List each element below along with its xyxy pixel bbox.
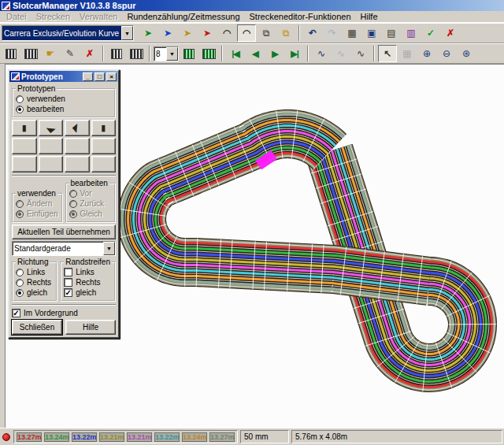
duplicate-piece-button[interactable]: ⧉ (276, 24, 295, 42)
measure-chart-2-button[interactable]: ∿ (332, 45, 350, 62)
piece-table-button[interactable]: ▦ (343, 24, 361, 42)
replace-piece-button[interactable]: ➤ (178, 24, 197, 42)
copy-piece-button[interactable]: ⧉ (257, 24, 276, 42)
radio-circle[interactable] (16, 200, 24, 208)
remove-piece-button[interactable]: ➤ (198, 24, 217, 42)
prototype-slot-empty-button[interactable] (12, 156, 37, 172)
curve-fan-button[interactable]: ◠ (217, 24, 236, 42)
insert-piece-button[interactable]: ➤ (139, 24, 158, 42)
redo-button[interactable]: ↷ (323, 24, 342, 42)
zoom-in-button[interactable]: ⊕ (417, 45, 436, 62)
radio-bearbeiten[interactable]: bearbeiten (16, 104, 112, 114)
radio-gleich-bearbeiten[interactable]: Gleich (69, 209, 113, 219)
radio-einfuegen[interactable]: Einfügen (16, 209, 59, 219)
close-icon[interactable]: × (106, 72, 117, 81)
radio-gleich-richtung[interactable]: gleich (16, 287, 54, 298)
minimize-button[interactable]: _ (83, 72, 93, 81)
radio-circle[interactable] (16, 210, 24, 218)
piece-type-dropdown-button[interactable]: ▼ (103, 242, 115, 255)
prototype-slot-empty-button[interactable] (65, 138, 90, 154)
nav-first-button[interactable]: |◀ (226, 45, 245, 62)
edit-pen-button[interactable]: ✎ (61, 45, 80, 62)
radio-circle[interactable] (16, 289, 24, 297)
menu-strecken[interactable]: Strecken (32, 11, 75, 22)
prototype-slot-1-button[interactable]: ▮ (12, 120, 37, 136)
radio-verwenden[interactable]: verwenden (16, 94, 112, 104)
straight-piece-button[interactable] (2, 45, 20, 62)
radio-circle[interactable] (69, 200, 77, 208)
checkbox-rechts[interactable]: Rechts (64, 277, 112, 287)
radio-zurueck[interactable]: Zurück (69, 198, 113, 209)
close-button[interactable]: Schließen (12, 320, 62, 335)
prototype-slot-empty-button[interactable] (39, 156, 64, 172)
prototype-slot-2-button[interactable]: ◣ (39, 120, 64, 136)
checkbox-box[interactable] (64, 278, 72, 287)
append-piece-button[interactable]: ➤ (158, 24, 177, 42)
nav-next-button[interactable]: ▶ (265, 45, 284, 62)
checkbox-box[interactable]: ✓ (12, 309, 20, 317)
grab-hand-button[interactable]: ☛ (41, 45, 60, 62)
radio-circle[interactable] (16, 106, 24, 113)
lane-count-dropdown-button[interactable]: ▼ (166, 47, 178, 61)
undo-button[interactable]: ↶ (303, 24, 322, 42)
radio-vor[interactable]: Vor (69, 188, 113, 198)
radio-links[interactable]: Links (16, 267, 54, 277)
radio-rechts[interactable]: Rechts (16, 277, 54, 287)
prototype-slot-empty-button[interactable] (12, 138, 37, 154)
menu-streckeneditor[interactable]: Streckeneditor-Funktionen (245, 11, 356, 22)
radio-circle[interactable] (16, 95, 24, 103)
green-track-button[interactable] (180, 45, 198, 62)
zoom-out-button[interactable]: ⊖ (437, 45, 456, 62)
radio-circle[interactable] (69, 190, 77, 198)
menu-datei[interactable]: Datei (2, 11, 32, 22)
maximize-button[interactable]: □ (94, 72, 105, 81)
nav-last-button[interactable]: ▶| (285, 45, 304, 62)
checkbox-box[interactable]: ✓ (64, 288, 72, 297)
save-button[interactable]: ▣ (362, 24, 381, 42)
print-button[interactable]: ▤ (382, 24, 401, 42)
snap-grid-button[interactable]: ▦ (398, 45, 417, 62)
help-button[interactable]: Hilfe (65, 320, 116, 335)
measure-chart-3-button[interactable]: ∿ (351, 45, 370, 62)
delete-piece-button[interactable]: ✗ (80, 45, 99, 62)
lane-count-combo[interactable]: 8 ▼ (154, 46, 179, 61)
apply-current-piece-button[interactable]: Aktuellen Teil übernehmen (12, 224, 116, 239)
prototype-slot-empty-button[interactable] (39, 138, 64, 154)
menu-verwalten[interactable]: Verwalten (75, 11, 122, 22)
straight-piece-wide-button[interactable] (21, 45, 40, 62)
piece-type-combo[interactable]: Standardgerade ▼ (12, 241, 116, 256)
menu-rundenzaehlung[interactable]: Rundenzählung/Zeitmessung (122, 11, 244, 22)
apply-button[interactable]: ✓ (421, 24, 440, 42)
help-contents-button[interactable]: ▥ (402, 24, 421, 42)
prototypes-dialog[interactable]: Prototypen _ □ × Prototypen verwenden be… (8, 69, 120, 339)
piece-select-dropdown-button[interactable]: ▼ (121, 26, 133, 40)
nav-prev-button[interactable]: ◀ (246, 45, 265, 62)
checkbox-box[interactable] (64, 268, 72, 276)
radio-circle[interactable] (16, 279, 24, 287)
measure-chart-button[interactable]: ∿ (312, 45, 331, 62)
prototype-slot-empty-button[interactable] (65, 156, 90, 172)
checkbox-im-vordergrund[interactable]: ✓ Im Vordergrund (12, 308, 116, 318)
prototype-slot-3-button[interactable]: ◣ (65, 120, 90, 136)
piece-select-combo[interactable]: Carrera Exclusiv/Evolution Kurve 1/ ▼ (2, 25, 134, 41)
menu-hilfe[interactable]: Hilfe (356, 11, 383, 22)
curve-fan-alt-button[interactable]: ◠ (237, 24, 256, 42)
radio-circle[interactable] (69, 210, 77, 218)
radio-aendern[interactable]: Ändern (16, 198, 59, 209)
prototype-slot-empty-button[interactable] (91, 138, 117, 154)
prototype-slot-4-button[interactable]: ▮ (91, 120, 117, 136)
cancel-button[interactable]: ✗ (441, 24, 460, 42)
lane-piece-wide-button[interactable] (127, 45, 146, 62)
title-bar[interactable]: SlotcarManager V10.3.8 8spur (0, 0, 504, 11)
checkbox-links[interactable]: Links (64, 267, 112, 277)
radio-circle[interactable] (16, 269, 24, 276)
zoom-fit-button[interactable]: ⊛ (457, 45, 476, 62)
pen-icon: ✎ (66, 49, 74, 58)
checkbox-gleich[interactable]: ✓ gleich (64, 287, 112, 298)
dialog-title-bar[interactable]: Prototypen _ □ × (9, 71, 118, 82)
select-cursor-button[interactable]: ↖ (378, 45, 397, 62)
green-track-alt-button[interactable] (199, 45, 218, 62)
lane-piece-button[interactable] (107, 45, 126, 62)
bearbeiten-group: bearbeiten Vor Zurück Gleich (65, 179, 117, 223)
prototype-slot-empty-button[interactable] (91, 156, 117, 172)
